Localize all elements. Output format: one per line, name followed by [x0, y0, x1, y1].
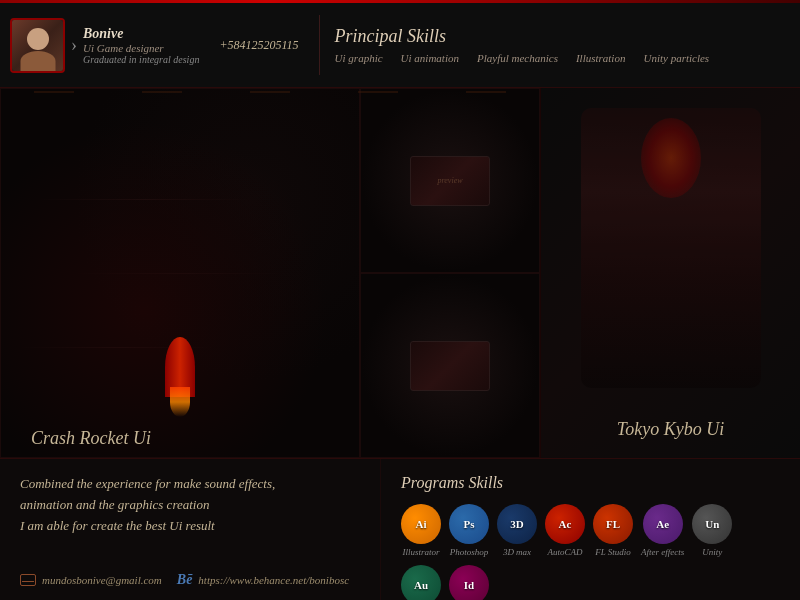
chevron-right-icon: ›	[71, 35, 77, 56]
skill-unity[interactable]: Unity particles	[643, 52, 709, 64]
tokyo-area: Tokyo Kybo Ui	[540, 88, 800, 458]
prog-label-3d: 3D max	[503, 547, 531, 557]
bio-line-1: Combined the experience for make sound e…	[20, 474, 360, 495]
program-item-audition[interactable]: AuAudition	[401, 565, 441, 600]
kybo-figure	[581, 108, 761, 388]
crash-label: Crash Rocket Ui	[31, 428, 151, 449]
role: Ui Game designer	[83, 42, 199, 54]
mark-1	[34, 91, 74, 93]
mark-2	[142, 91, 182, 93]
portfolio-area: Crash Rocket Ui preview	[0, 88, 540, 458]
cell-mid-right[interactable]	[360, 273, 540, 458]
prog-icon-ai: Ai	[401, 504, 441, 544]
prog-label-ai: Illustrator	[402, 547, 439, 557]
preview-text-tr: preview	[437, 176, 462, 185]
footer-left: Combined the experience for make sound e…	[0, 459, 380, 600]
header: › Bonive Ui Game designer Graduated in i…	[0, 3, 800, 88]
small-preview-tr: preview	[410, 156, 490, 206]
graduation: Graduated in integral design	[83, 54, 199, 65]
skill-ui-graphic[interactable]: Ui graphic	[335, 52, 383, 64]
prog-label-ae: After effects	[641, 547, 684, 557]
footer: Combined the experience for make sound e…	[0, 458, 800, 600]
small-preview-mr	[410, 341, 490, 391]
h-line-2	[73, 273, 288, 274]
main-content: Crash Rocket Ui preview Tokyo Kybo Ui	[0, 88, 800, 458]
program-item-autocad[interactable]: AcAutoCAD	[545, 504, 585, 557]
programs-icons: AiIllustratorPsPhotoshop3D3D maxAcAutoCA…	[401, 504, 780, 600]
program-item-after-effects[interactable]: AeAfter effects	[641, 504, 684, 557]
behance-url: https://www.behance.net/bonibosc	[198, 574, 349, 586]
contact-behance[interactable]: Bē https://www.behance.net/bonibosc	[177, 572, 349, 588]
prog-icon-ps: Ps	[449, 504, 489, 544]
footer-right: Programs Skills AiIllustratorPsPhotoshop…	[380, 459, 800, 600]
rocket-visual	[140, 297, 220, 417]
skills-nav: Ui graphic Ui animation Playful mechanic…	[335, 52, 790, 64]
program-item-indesign[interactable]: IdIndesign	[449, 565, 489, 600]
program-item-fl-studio[interactable]: FLFL Studio	[593, 504, 633, 557]
mark-3	[250, 91, 290, 93]
bio-line-3: I am able for create the best Ui result	[20, 516, 360, 537]
prog-icon-3d: 3D	[497, 504, 537, 544]
contact-email[interactable]: mundosbonive@gmail.com	[20, 574, 162, 586]
programs-title: Programs Skills	[401, 474, 780, 492]
vertical-divider	[319, 15, 320, 75]
prog-icon-id: Id	[449, 565, 489, 600]
prog-icon-ae: Ae	[643, 504, 683, 544]
avatar-image	[12, 20, 63, 71]
skill-ui-animation[interactable]: Ui animation	[401, 52, 459, 64]
prog-icon-un: Un	[692, 504, 732, 544]
crash-rocket-cell[interactable]: Crash Rocket Ui	[0, 88, 360, 458]
prog-icon-au: Au	[401, 565, 441, 600]
principal-skills: Principal Skills Ui graphic Ui animation…	[335, 26, 790, 64]
behance-icon: Bē	[177, 572, 193, 588]
email-text: mundosbonive@gmail.com	[42, 574, 162, 586]
tokyo-label: Tokyo Kybo Ui	[617, 419, 724, 440]
prog-icon-fl: FL	[593, 504, 633, 544]
phone: +584125205115	[219, 38, 298, 53]
mark-5	[466, 91, 506, 93]
mark-4	[358, 91, 398, 93]
skill-illustration[interactable]: Illustration	[576, 52, 626, 64]
program-item-3d-max[interactable]: 3D3D max	[497, 504, 537, 557]
principal-skills-title: Principal Skills	[335, 26, 790, 47]
name: Bonive	[83, 26, 199, 42]
avatar	[10, 18, 65, 73]
prog-label-ac: AutoCAD	[548, 547, 583, 557]
cell-top-right[interactable]: preview	[360, 88, 540, 273]
skill-playful[interactable]: Playful mechanics	[477, 52, 558, 64]
footer-contact: mundosbonive@gmail.com Bē https://www.be…	[20, 572, 360, 588]
email-icon	[20, 574, 36, 586]
h-line-1	[37, 199, 252, 200]
program-item-unity[interactable]: UnUnity	[692, 504, 732, 557]
prog-icon-ac: Ac	[545, 504, 585, 544]
bio-line-2: animation and the graphics creation	[20, 495, 360, 516]
prog-label-fl: FL Studio	[595, 547, 631, 557]
prog-label-ps: Photoshop	[450, 547, 489, 557]
top-marks	[0, 88, 540, 96]
program-item-illustrator[interactable]: AiIllustrator	[401, 504, 441, 557]
footer-bio: Combined the experience for make sound e…	[20, 474, 360, 536]
kybo-visual	[581, 108, 761, 388]
rocket-flame	[170, 387, 190, 417]
program-item-photoshop[interactable]: PsPhotoshop	[449, 504, 489, 557]
prog-label-un: Unity	[702, 547, 722, 557]
identity-block: Bonive Ui Game designer Graduated in int…	[83, 26, 199, 65]
